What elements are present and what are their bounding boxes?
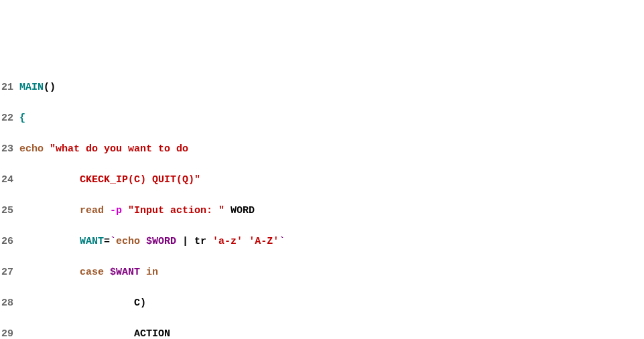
line-number: 25 — [1, 203, 13, 218]
code-line: 27 case $WANT in — [1, 265, 644, 280]
line-number: 28 — [1, 295, 13, 311]
token-string: "what do you want to do — [50, 143, 188, 155]
token-pipe: | tr — [176, 236, 212, 247]
line-number: 23 — [1, 141, 13, 157]
token-string: "Input action: " — [128, 205, 224, 216]
code-line: 24 CKECK_IP(C) QUIT(Q)" — [1, 172, 644, 188]
code-line: 28 C) — [1, 295, 644, 311]
code-line: 25 read -p "Input action: " WORD — [1, 203, 644, 218]
token-indent — [19, 297, 134, 309]
token-indent — [19, 236, 80, 247]
code-line: 22{ — [1, 111, 644, 126]
token-string: CKECK_IP(C) QUIT(Q)" — [19, 174, 200, 186]
token-indent — [19, 205, 80, 216]
token-text: ACTION — [134, 328, 170, 339]
code-line: 29 ACTION — [1, 326, 644, 339]
line-number: 27 — [1, 265, 13, 280]
line-number: 21 — [1, 80, 13, 95]
code-line: 21MAIN() — [1, 80, 644, 95]
token-string: 'a-z' — [212, 236, 243, 247]
token-var: WANT — [80, 236, 104, 247]
token-keyword: read — [80, 205, 110, 216]
code-line: 26 WANT=`echo $WORD | tr 'a-z' 'A-Z'` — [1, 234, 644, 249]
token-indent — [19, 267, 80, 278]
token-brace: { — [19, 113, 25, 124]
line-number: 22 — [1, 111, 13, 126]
line-number: 24 — [1, 172, 13, 188]
token-keyword: echo — [19, 143, 50, 155]
token-varref: $WANT — [110, 267, 140, 278]
token-flag: -p — [110, 205, 128, 216]
token-indent — [19, 328, 134, 339]
token-keyword: in — [140, 267, 158, 278]
line-number: 26 — [1, 234, 13, 249]
code-line: 23echo "what do you want to do — [1, 141, 644, 157]
token-varref: $WORD — [146, 236, 176, 247]
token-sp — [243, 236, 249, 247]
token-eq: = — [104, 236, 110, 247]
line-number: 29 — [1, 326, 13, 339]
token-var: WORD — [224, 205, 255, 216]
token-backtick: ` — [110, 236, 116, 247]
token-text: C — [134, 297, 140, 309]
token-paren: ) — [140, 297, 146, 309]
token-parens: () — [44, 82, 56, 93]
token-string: 'A-Z' — [249, 236, 279, 247]
code-block: 21MAIN() 22{ 23echo "what do you want to… — [1, 64, 644, 339]
token-keyword: echo — [116, 236, 146, 247]
token-fn: MAIN — [19, 82, 44, 93]
token-keyword: case — [80, 267, 110, 278]
token-backtick: ` — [279, 236, 285, 247]
